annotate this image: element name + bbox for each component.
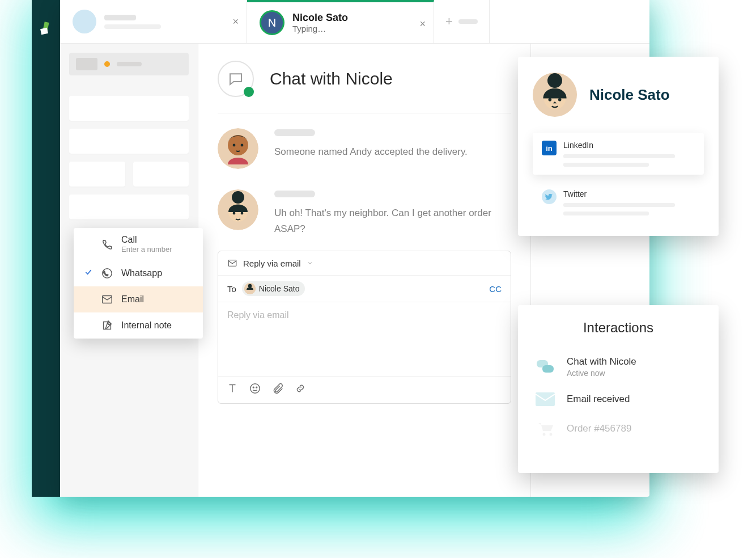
avatar-agent	[218, 128, 258, 169]
reply-channel-select[interactable]: Reply via email	[218, 251, 511, 276]
cart-icon	[535, 421, 555, 437]
svg-point-21	[547, 73, 562, 88]
svg-point-22	[549, 98, 552, 102]
whatsapp-icon	[101, 267, 113, 280]
channel-dropdown: CallEnter a number Whatsapp Email Intern…	[74, 228, 203, 339]
svg-point-8	[232, 191, 244, 204]
svg-point-16	[256, 387, 257, 388]
check-icon	[84, 268, 93, 279]
reply-composer: Reply via email To Nicole Sato CC Reply …	[218, 251, 511, 404]
cc-button[interactable]: CC	[489, 284, 502, 294]
interaction-order[interactable]: Order #456789	[535, 414, 702, 443]
app-sidebar	[32, 0, 60, 497]
recipient-row: To Nicole Sato CC	[218, 276, 511, 302]
chat-panel: Chat with Nicole Someone named Andy acce…	[198, 44, 530, 497]
close-icon[interactable]: ×	[232, 16, 239, 28]
recipient-chip[interactable]: Nicole Sato	[242, 281, 305, 296]
svg-rect-25	[542, 365, 554, 373]
link-icon[interactable]	[294, 382, 307, 398]
avatar-placeholder	[73, 10, 96, 33]
interactions-title: Interactions	[535, 320, 702, 336]
svg-rect-1	[40, 28, 48, 35]
svg-point-5	[241, 144, 244, 147]
avatar-nicole	[218, 189, 258, 230]
phone-icon	[101, 238, 113, 251]
envelope-filled-icon	[535, 391, 555, 407]
list-item[interactable]	[69, 162, 125, 187]
attachment-icon[interactable]	[271, 382, 284, 398]
svg-point-27	[543, 433, 546, 436]
filter-bar[interactable]	[69, 53, 189, 75]
avatar-mini-icon	[244, 283, 256, 294]
message-text: Someone named Andy accepted the delivery…	[274, 144, 468, 160]
sender-placeholder	[274, 191, 315, 197]
sender-placeholder	[274, 129, 315, 136]
reply-channel-label: Reply via email	[243, 259, 301, 268]
svg-point-3	[228, 135, 248, 155]
to-label: To	[227, 284, 236, 294]
tab-inactive[interactable]: ×	[60, 0, 247, 43]
dd-item-call[interactable]: CallEnter a number	[74, 228, 203, 260]
envelope-icon	[101, 293, 113, 306]
profile-card: Nicole Sato in LinkedIn Twitter	[518, 57, 719, 236]
envelope-icon	[227, 258, 237, 268]
svg-point-9	[233, 212, 236, 215]
dd-item-note[interactable]: Internal note	[74, 312, 203, 339]
message-row: Uh oh! That's my neighbor. Can I get ano…	[218, 189, 511, 237]
chat-title: Chat with Nicole	[270, 69, 393, 88]
chat-bubble-icon	[218, 61, 254, 97]
chip-name: Nicole Sato	[259, 284, 300, 293]
status-dot-icon	[244, 87, 254, 97]
linkedin-icon: in	[542, 141, 557, 155]
interaction-email[interactable]: Email received	[535, 384, 702, 414]
dd-item-email[interactable]: Email	[74, 286, 203, 312]
list-item[interactable]	[133, 162, 189, 187]
dd-item-whatsapp[interactable]: Whatsapp	[74, 260, 203, 286]
svg-point-28	[550, 433, 553, 436]
composer-toolbar	[218, 376, 511, 403]
reply-textarea[interactable]: Reply via email	[218, 302, 511, 376]
list-item[interactable]	[69, 195, 189, 219]
social-linkedin[interactable]: in LinkedIn	[533, 133, 704, 175]
chat-icon	[535, 359, 555, 375]
tab-subtitle: Typing…	[292, 24, 348, 33]
chevron-down-icon	[307, 260, 313, 267]
tab-title: Nicole Sato	[292, 12, 348, 24]
list-item[interactable]	[69, 129, 189, 154]
message-text: Uh oh! That's my neighbor. Can I get ano…	[274, 205, 511, 237]
svg-rect-18	[103, 296, 112, 303]
text-format-icon[interactable]	[226, 382, 239, 398]
social-twitter[interactable]: Twitter	[533, 181, 704, 223]
plus-icon: +	[445, 14, 453, 29]
profile-name: Nicole Sato	[589, 86, 670, 104]
svg-rect-11	[228, 260, 236, 267]
svg-point-13	[248, 284, 252, 288]
avatar-nicole-large	[533, 73, 577, 117]
message-row: Someone named Andy accepted the delivery…	[218, 128, 511, 169]
svg-rect-26	[536, 392, 555, 406]
emoji-icon[interactable]	[249, 382, 261, 398]
svg-point-23	[558, 98, 562, 102]
interactions-card: Interactions Chat with NicoleActive now …	[518, 305, 719, 473]
avatar-initial: N	[260, 10, 284, 35]
note-icon	[101, 319, 113, 332]
twitter-icon	[542, 189, 557, 204]
svg-point-15	[253, 387, 254, 388]
svg-point-14	[250, 384, 260, 394]
interaction-chat[interactable]: Chat with NicoleActive now	[535, 349, 702, 384]
svg-point-4	[233, 144, 236, 147]
tab-active-nicole[interactable]: N Nicole Sato Typing… ×	[247, 0, 434, 43]
svg-point-10	[241, 212, 244, 215]
tab-bar: × N Nicole Sato Typing… × +	[60, 0, 649, 43]
app-logo-icon	[39, 20, 53, 37]
close-icon[interactable]: ×	[419, 18, 426, 30]
list-item[interactable]	[69, 96, 189, 121]
chat-header: Chat with Nicole	[218, 61, 511, 113]
tab-new[interactable]: +	[434, 0, 490, 43]
